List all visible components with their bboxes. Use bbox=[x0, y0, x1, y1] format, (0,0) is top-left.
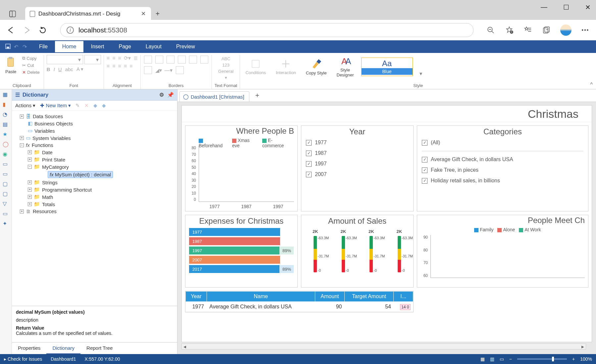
horizontal-scrollbar[interactable]: ◂ ▸ bbox=[181, 343, 586, 349]
maximize-button[interactable]: ☐ bbox=[563, 3, 569, 11]
save-icon[interactable] bbox=[5, 44, 11, 50]
cut-button[interactable]: ✂Cut bbox=[21, 62, 41, 68]
tab-report-tree[interactable]: Report Tree bbox=[80, 342, 119, 354]
tab-dictionary[interactable]: Dictionary bbox=[46, 342, 80, 354]
align-left-icon[interactable]: ≡ bbox=[107, 55, 110, 61]
zoom-in-button[interactable]: + bbox=[572, 356, 575, 362]
align-right-icon[interactable]: ≡ bbox=[118, 55, 121, 61]
check-issues-button[interactable]: ▸ Check for Issues bbox=[4, 356, 42, 362]
widget-people-meet[interactable]: People Meet Ch FamilyAloneAt Work 908070… bbox=[417, 215, 588, 288]
cat-option[interactable]: ✓Holiday retail sales, in billions bbox=[422, 178, 583, 184]
view-mode-3-icon[interactable]: ▭ bbox=[500, 356, 504, 362]
favorite-add-icon[interactable]: + bbox=[505, 25, 514, 35]
view-mode-2-icon[interactable]: ▥ bbox=[490, 356, 494, 362]
reload-button[interactable] bbox=[38, 25, 48, 35]
new-tab-button[interactable]: ＋ bbox=[151, 7, 164, 20]
settings-icon[interactable]: ⚙ bbox=[159, 92, 164, 98]
conditions-button[interactable]: Conditions bbox=[243, 58, 268, 76]
tree-resources[interactable]: + 🗎 Resources bbox=[15, 208, 177, 215]
add-page-button[interactable]: ＋ bbox=[249, 89, 265, 102]
filter-icon[interactable]: ▽ bbox=[3, 201, 9, 207]
progress-icon[interactable]: ◯ bbox=[3, 141, 9, 148]
tab-overview-button[interactable] bbox=[7, 8, 19, 20]
view-mode-1-icon[interactable]: ▦ bbox=[480, 356, 485, 362]
tab-insert[interactable]: Insert bbox=[83, 41, 111, 52]
tab-page[interactable]: Page bbox=[111, 41, 138, 52]
down-icon[interactable]: ◆ bbox=[102, 103, 106, 109]
year-option[interactable]: ✓1987 bbox=[306, 150, 409, 156]
fill-color-button[interactable]: ◢▾ bbox=[155, 67, 162, 73]
underline-button[interactable]: U bbox=[58, 67, 62, 72]
address-bar[interactable]: i localhost:55308 bbox=[60, 23, 473, 37]
strike-button[interactable]: abc bbox=[65, 67, 73, 72]
justify-icon[interactable]: ≣ bbox=[133, 55, 138, 61]
more-tool-icon[interactable]: ✦ bbox=[3, 220, 9, 227]
map-icon[interactable]: ◉ bbox=[3, 151, 9, 158]
edit-icon[interactable]: ✎ bbox=[75, 103, 80, 109]
widget-where-people[interactable]: Where People B BeforehandXmas eveE-comme… bbox=[185, 125, 298, 211]
style-preset[interactable]: Aa Blue bbox=[361, 58, 413, 76]
table-icon[interactable]: ▦ bbox=[3, 91, 9, 98]
cat-all[interactable]: ✓(All) bbox=[422, 140, 583, 146]
tree-variables[interactable]: ▭ Variables bbox=[15, 127, 177, 134]
cat-option[interactable]: ✓Average Gift Check, in dollars USA bbox=[422, 157, 583, 162]
year-option[interactable]: ✓1997 bbox=[306, 161, 409, 167]
border-style-button[interactable]: —▾ bbox=[165, 67, 173, 73]
align-center-icon[interactable]: ≡ bbox=[112, 55, 115, 61]
scroll-left-icon[interactable]: ◂ bbox=[182, 343, 188, 350]
tree-functions[interactable]: − fx Functions bbox=[15, 142, 177, 149]
tree-business-objects[interactable]: ◧ Business Objects bbox=[15, 120, 177, 127]
copy-style-button[interactable]: Copy Style bbox=[303, 57, 329, 77]
undo-icon[interactable]: ↶ bbox=[14, 44, 20, 50]
rotate-icon[interactable]: ⟳▾ bbox=[124, 55, 131, 61]
new-item-menu[interactable]: ✚ New Item ▾ bbox=[40, 103, 71, 109]
zoom-out-icon[interactable] bbox=[486, 25, 495, 35]
widget-categories[interactable]: Categories ✓(All)✓Average Gift Check, in… bbox=[417, 125, 588, 211]
delete-button[interactable]: ✕Delete bbox=[21, 69, 41, 75]
close-tab-icon[interactable]: ✕ bbox=[141, 10, 146, 17]
italic-button[interactable]: I bbox=[54, 67, 55, 72]
tree-strings[interactable]: + 📁 Strings bbox=[15, 179, 177, 186]
font-family-drop[interactable]: ▾ bbox=[47, 55, 83, 64]
font-size-drop[interactable]: ▾ bbox=[84, 55, 101, 64]
pin-icon[interactable]: 📌 bbox=[167, 92, 174, 98]
gauge-icon[interactable]: ◔ bbox=[3, 111, 9, 118]
close-button[interactable]: ✕ bbox=[585, 3, 591, 11]
tree-system-variables[interactable]: + ▭ System Variables bbox=[15, 134, 177, 142]
remove-icon[interactable]: ✕ bbox=[84, 103, 89, 109]
up-icon[interactable]: ◆ bbox=[93, 103, 97, 109]
scroll-right-icon[interactable]: ▸ bbox=[580, 343, 586, 350]
bold-button[interactable]: B bbox=[47, 67, 50, 72]
forward-button[interactable] bbox=[22, 25, 32, 35]
tab-properties[interactable]: Properties bbox=[12, 342, 46, 354]
paste-button[interactable]: Paste bbox=[3, 55, 19, 75]
year-option[interactable]: ✓2007 bbox=[306, 171, 409, 177]
tab-preview[interactable]: Preview bbox=[169, 41, 202, 52]
widget-data-table[interactable]: YearNameAmountTarget AmountI...1977Avera… bbox=[185, 291, 414, 312]
minimize-button[interactable]: — bbox=[541, 3, 547, 11]
ribbon-collapse-icon[interactable]: ^ bbox=[590, 82, 593, 88]
widget-expenses[interactable]: Expenses for Christmas 1977 119% 1987 13… bbox=[185, 215, 298, 288]
shape-icon[interactable]: ▢ bbox=[3, 191, 9, 197]
actions-menu[interactable]: Actions ▾ bbox=[15, 103, 35, 109]
tab-home[interactable]: Home bbox=[55, 41, 84, 52]
cat-option[interactable]: ✓Fake Tree, in pieces bbox=[422, 167, 583, 173]
tab-file[interactable]: File bbox=[32, 41, 55, 52]
site-info-icon[interactable]: i bbox=[67, 26, 74, 34]
interaction-button[interactable]: Interaction bbox=[273, 58, 299, 76]
more-icon[interactable]: ••• bbox=[581, 25, 590, 35]
button-icon[interactable]: ▭ bbox=[3, 210, 9, 217]
font-color-button[interactable]: A ▾ bbox=[76, 66, 83, 72]
tree-mysum[interactable]: fx MySum (object) : decimal bbox=[15, 170, 177, 179]
copy-button[interactable]: ⧉Copy bbox=[21, 55, 41, 62]
zoom-slider[interactable] bbox=[517, 358, 567, 360]
profile-avatar[interactable] bbox=[560, 24, 571, 36]
style-more-button[interactable]: ▾ bbox=[418, 68, 424, 79]
dictionary-tree[interactable]: + 🗄 Data Sources ◧ Business Objects ▭ Va… bbox=[12, 111, 177, 306]
tree-print-state[interactable]: + 📁 Print State bbox=[15, 156, 177, 163]
panel-icon[interactable]: ▢ bbox=[3, 181, 9, 187]
year-option[interactable]: ✓1977 bbox=[306, 140, 409, 146]
dashboard-canvas[interactable]: Christmas Year ✓1977✓1987✓1997✓2007 Cate… bbox=[181, 105, 592, 342]
doc-tab-dashboard1[interactable]: ◯ Dashboard1 [Christmas] bbox=[179, 91, 249, 102]
redo-icon[interactable]: ↷ bbox=[23, 44, 28, 50]
